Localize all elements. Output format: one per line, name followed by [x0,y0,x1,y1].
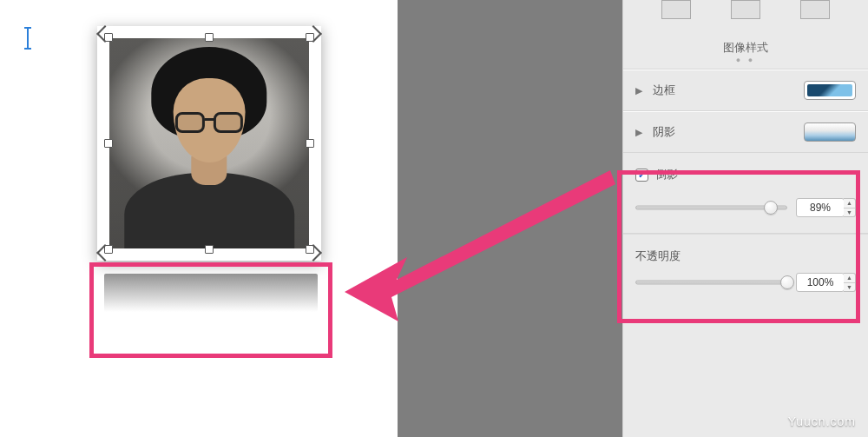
reflection-slider[interactable] [635,200,787,215]
opacity-stepper[interactable]: ▲▼ [844,273,856,292]
styles-title: 图像样式 [623,40,868,56]
style-thumbnail[interactable] [661,0,691,19]
slider-thumb[interactable] [764,201,778,215]
page-dots[interactable]: ● ● [623,56,868,64]
style-thumbnail[interactable] [800,0,830,19]
watermark: Yuucn.com [788,414,856,428]
slider-thumb[interactable] [780,275,794,289]
inspector-panel: 图像样式 ● ● ▶ 边框 ▶ 阴影 ✓ 倒影 89% ▲▼ 不 [622,0,868,437]
reflection-value[interactable]: 89% [796,198,845,217]
section-label: 不透明度 [635,248,856,264]
disclosure-triangle-icon[interactable]: ▶ [635,127,646,138]
opacity-value[interactable]: 100% [796,273,845,292]
section-border[interactable]: ▶ 边框 [623,70,868,111]
portrait-photo [109,38,309,248]
document-canvas[interactable] [0,0,398,437]
reflection-checkbox[interactable]: ✓ [635,169,648,182]
section-opacity: 不透明度 100% ▲▼ [623,234,868,308]
disclosure-triangle-icon[interactable]: ▶ [635,85,646,96]
resize-handle[interactable] [306,139,314,148]
reflection-stepper[interactable]: ▲▼ [844,198,856,217]
shadow-style-swatch[interactable] [804,122,856,142]
section-label: 倒影 [655,167,856,182]
style-thumbnail[interactable] [731,0,760,19]
selected-image[interactable] [97,26,321,261]
image-reflection [104,274,318,312]
resize-handle[interactable] [205,33,214,42]
styles-header: 图像样式 ● ● [623,0,868,70]
annotation-highlight-reflection-output [89,262,332,358]
section-label: 阴影 [653,124,797,140]
text-cursor [27,29,29,48]
section-reflection: ✓ 倒影 89% ▲▼ [623,153,868,234]
resize-handle[interactable] [205,245,214,254]
section-shadow[interactable]: ▶ 阴影 [623,111,868,153]
resize-handle[interactable] [104,139,113,148]
section-label: 边框 [653,83,797,98]
opacity-slider[interactable] [635,275,787,290]
border-style-swatch[interactable] [804,81,856,100]
